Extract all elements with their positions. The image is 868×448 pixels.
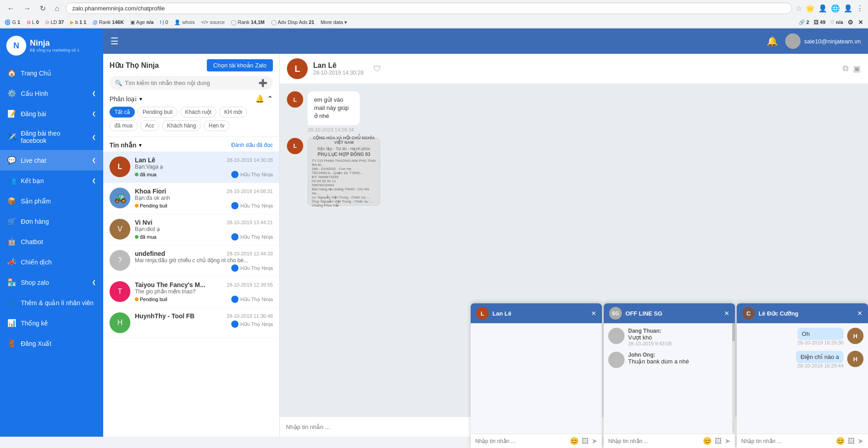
back-button[interactable]: ←	[5, 4, 17, 14]
float-msg-content: John Ong: Thuận bank dùm a nhé	[628, 352, 689, 368]
float-msg-row: Dang Thuan: Vượt khó 28-10-2019 9:43:08	[608, 328, 730, 346]
reload-button[interactable]: ↻	[37, 3, 48, 14]
sidebar-item-label: Thống kê	[21, 320, 48, 327]
order-icon: 🛒	[7, 217, 16, 226]
chat-assigned: Hữu Thọ Ninja	[231, 321, 273, 328]
float-msg-avatar	[608, 328, 625, 344]
close-toolbar-icon[interactable]: ✕	[858, 19, 863, 26]
stats-icon: 📊	[7, 319, 16, 327]
sidebar-item-dangbai[interactable]: 📝 Đăng bài ❮	[0, 104, 103, 124]
sidebar-item-label: Chiến dịch	[21, 259, 52, 266]
menu-toggle-button[interactable]: ☰	[110, 36, 119, 47]
toolbar-whois[interactable]: 👤 whois	[174, 19, 195, 25]
sidebar-item-ketban[interactable]: 👥 Kết bạn ❮	[0, 170, 103, 191]
search-icon: 🔍	[115, 80, 122, 86]
filter-tag-hentv[interactable]: Hẹn tv	[204, 120, 229, 131]
add-contact-icon[interactable]: ➕	[258, 79, 267, 87]
more-options-icon[interactable]: ⋮	[856, 4, 863, 13]
sidebar-item-thongke[interactable]: 📊 Thống kê	[0, 313, 103, 333]
select-zalo-button[interactable]: Chọn tài khoản Zalo	[207, 59, 273, 71]
float-msg-inner: H Oh 28-10-2019 16:29:30	[797, 328, 863, 345]
bookmark-icon[interactable]: ☆	[796, 4, 802, 13]
sidebar-item-shopzalo[interactable]: 🏪 Shop zalo ❮	[0, 272, 103, 292]
float-body: H Oh 28-10-2019 16:29:30 H Điện chỉ nào …	[737, 323, 868, 434]
float-message-input[interactable]	[475, 438, 567, 444]
sidebar-toggle-icon[interactable]: ▣	[853, 64, 861, 74]
sidebar-logo: N Ninja Bộ công cụ marketing số 1	[0, 28, 103, 63]
toolbar-more[interactable]: More data ▾	[320, 19, 347, 25]
globe-icon[interactable]: 🌐	[831, 4, 840, 13]
float-close-button[interactable]: ✕	[591, 310, 596, 317]
contact-name: Lan Lê	[313, 61, 363, 70]
expand-icon[interactable]: ⧉	[843, 64, 849, 74]
staff-icon: 👤	[7, 298, 16, 307]
sidebar-item-label: Thêm & quản lí nhân viên	[21, 299, 94, 307]
float-message-input[interactable]	[741, 438, 833, 444]
toolbar-ld: ⊙ LD 37	[45, 19, 64, 25]
filter-icon[interactable]: 🔔	[255, 94, 264, 103]
filter-tag-khmoi[interactable]: KH mới	[219, 107, 247, 118]
avatar: L	[110, 156, 130, 177]
chat-time: 28-10-2019 11:36:48	[227, 313, 273, 319]
header-user[interactable]: sale10@ninjateam.vn	[785, 33, 861, 49]
toolbar-rank1: @ Rank 146K	[93, 19, 124, 25]
address-bar[interactable]: zalo.phanmemninja.com/chatprofile	[66, 3, 792, 14]
mark-read-button[interactable]: Đánh dấu đã đọc	[231, 142, 273, 148]
float-emoji-icon[interactable]: 😊	[836, 437, 845, 445]
float-emoji-icon[interactable]: 😊	[570, 437, 579, 445]
float-body: Dang Thuan: Vượt khó 28-10-2019 9:43:08 …	[604, 323, 735, 434]
toolbar-imgs: 🖼 49	[814, 19, 825, 25]
sidebar-item-dangbaitheofacebook[interactable]: ✈️ Đăng bài theo facebook ❮	[0, 124, 103, 150]
extension-icon[interactable]: 🌟	[806, 4, 815, 13]
chat-item[interactable]: 🚜 Khoa Fiori 28-10-2019 14:08:31 Bạn:đa …	[103, 183, 279, 214]
chat-time: 28-10-2019 13:44:21	[227, 220, 273, 225]
scroll-thumb[interactable]	[732, 323, 735, 341]
collapse-icon[interactable]: ⌃	[267, 94, 273, 103]
settings-icon[interactable]: ⚙	[848, 19, 854, 26]
float-send-icon[interactable]: ➤	[591, 437, 597, 445]
sidebar-item-sanpham[interactable]: 📦 Sản phẩm	[0, 191, 103, 211]
float-send-icon[interactable]: ➤	[725, 437, 730, 445]
float-message-input[interactable]	[608, 438, 700, 444]
forward-button[interactable]: →	[21, 4, 33, 14]
toolbar-adv: ◯ Adv Disp Ads 21	[271, 19, 315, 25]
chat-item[interactable]: V Vi Nvi 28-10-2019 13:44:21 Bạn:dkd ạ đ…	[103, 214, 279, 245]
filter-tag-acc[interactable]: Acc	[140, 120, 159, 131]
sidebar-item-chiendich[interactable]: 📣 Chiến dịch	[0, 252, 103, 272]
chat-item[interactable]: H HuynhThy - Tool FB 28-10-2019 11:36:48	[103, 308, 279, 338]
sidebar-item-label: Đăng bài	[21, 110, 46, 118]
filter-tag-damua[interactable]: đã mua	[110, 120, 138, 131]
sidebar-item-dangxuat[interactable]: 🚪 Đăng Xuất	[0, 333, 103, 354]
filter-tag-tatca[interactable]: Tất cả	[110, 107, 135, 118]
dropdown-icon[interactable]: ▾	[139, 96, 142, 102]
chat-time: 28-10-2019 12:39:55	[227, 282, 273, 288]
sidebar-item-livechat[interactable]: 💬 Live chat ❮	[0, 150, 103, 170]
float-emoji-icon[interactable]: 😊	[703, 437, 712, 445]
filter-tag-pendingbuil[interactable]: Pending buil	[138, 107, 177, 118]
float-image-icon[interactable]: 🖼	[715, 437, 722, 445]
float-close-button[interactable]: ✕	[857, 310, 863, 317]
user-avatar-icon[interactable]: 👤	[844, 4, 853, 13]
chat-item[interactable]: ? undefined 28-10-2019 12:44:33 Mai ninj…	[103, 245, 279, 277]
filter-tag-khachhang[interactable]: Khách hàng	[162, 120, 201, 131]
sidebar-item-donhang[interactable]: 🛒 Đơn hàng	[0, 211, 103, 231]
sidebar-item-cauhinh[interactable]: ⚙️ Cấu Hình ❮	[0, 83, 103, 104]
float-image-icon[interactable]: 🖼	[582, 437, 589, 445]
chat-item[interactable]: T Taiyou The Fancy's M... 28-10-2019 12:…	[103, 277, 279, 308]
toolbar-nna: ♡ n/a	[830, 19, 843, 25]
sidebar-item-trangchu[interactable]: 🏠 Trang Chủ	[0, 63, 103, 83]
account-icon[interactable]: 👤	[818, 4, 827, 13]
search-input[interactable]	[125, 80, 256, 86]
dropdown-icon[interactable]: ▾	[139, 142, 142, 148]
sidebar-item-nhanvien[interactable]: 👤 Thêm & quản lí nhân viên	[0, 292, 103, 313]
home-button[interactable]: ⌂	[52, 4, 62, 14]
sidebar-item-chatbot[interactable]: 🤖 Chatbot	[0, 231, 103, 252]
float-image-icon[interactable]: 🖼	[848, 437, 855, 445]
float-close-button[interactable]: ✕	[724, 310, 730, 317]
float-send-icon[interactable]: ➤	[858, 437, 863, 445]
filter-tag-khachruot[interactable]: Khách ruột	[180, 107, 216, 118]
notification-bell-icon[interactable]: 🔔	[767, 36, 778, 47]
toolbar-source[interactable]: </> source	[201, 19, 225, 25]
chat-item[interactable]: L Lan Lê 28-10-2019 14:30:28 Bạn:Vaga ạ …	[103, 152, 279, 183]
chat-header-avatar: L	[287, 58, 308, 79]
